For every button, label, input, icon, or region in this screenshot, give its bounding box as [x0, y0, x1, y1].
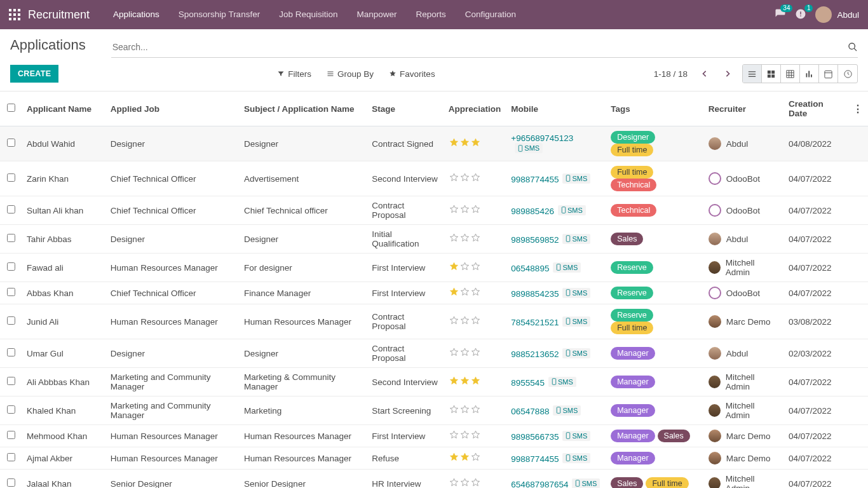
row-checkbox[interactable]: [7, 431, 15, 439]
star-icon[interactable]: [470, 287, 481, 297]
mobile-link[interactable]: 9988774455: [511, 454, 559, 463]
row-checkbox[interactable]: [7, 348, 15, 356]
star-icon[interactable]: [470, 137, 481, 148]
tag[interactable]: Sales: [611, 233, 643, 245]
sms-button[interactable]: SMS: [515, 143, 543, 153]
tag[interactable]: Full time: [611, 322, 653, 334]
star-icon[interactable]: [459, 477, 470, 488]
nav-manpower[interactable]: Manpower: [347, 0, 406, 29]
row-checkbox[interactable]: [7, 453, 15, 461]
tag[interactable]: Full time: [611, 166, 653, 179]
tag[interactable]: Manager: [611, 404, 654, 417]
star-icon[interactable]: [470, 452, 481, 463]
pager-next-button[interactable]: [719, 65, 736, 82]
sms-button[interactable]: SMS: [553, 405, 581, 416]
star-icon[interactable]: [459, 452, 470, 463]
sms-button[interactable]: SMS: [553, 262, 581, 273]
nav-reports[interactable]: Reports: [407, 0, 456, 29]
star-icon[interactable]: [449, 172, 459, 183]
col-subject[interactable]: Subject / Application Name: [239, 92, 367, 126]
star-icon[interactable]: [449, 477, 459, 488]
star-icon[interactable]: [459, 430, 470, 440]
row-checkbox[interactable]: [7, 478, 15, 487]
table-row[interactable]: Mehmood KhanHuman Resources ManagerHuman…: [0, 425, 868, 447]
favorites-button[interactable]: Favorites: [389, 69, 435, 79]
mobile-link[interactable]: 9898569852: [511, 234, 559, 244]
row-checkbox[interactable]: [7, 316, 15, 325]
mobile-link[interactable]: 9988774455: [511, 174, 559, 184]
view-graph-button[interactable]: [800, 65, 819, 83]
row-checkbox[interactable]: [7, 139, 15, 147]
table-row[interactable]: Abdul WahidDesignerDesignerContract Sign…: [0, 126, 868, 161]
filters-button[interactable]: Filters: [277, 69, 311, 79]
apps-icon[interactable]: [9, 9, 20, 20]
star-icon[interactable]: [459, 315, 470, 326]
tag[interactable]: Reserve: [611, 261, 653, 274]
tag[interactable]: Manager: [611, 430, 654, 442]
tag[interactable]: Manager: [611, 376, 654, 388]
table-row[interactable]: Ali Abbbas KhanMarketing and Community M…: [0, 368, 868, 396]
tag[interactable]: Designer: [611, 131, 655, 144]
row-checkbox[interactable]: [7, 288, 15, 296]
star-icon[interactable]: [470, 172, 481, 183]
col-mobile[interactable]: Mobile: [506, 92, 606, 126]
star-icon[interactable]: [459, 404, 470, 415]
star-icon[interactable]: [449, 452, 459, 463]
tag[interactable]: Full time: [611, 144, 653, 156]
view-kanban-button[interactable]: [762, 65, 781, 83]
col-created[interactable]: Creation Date: [783, 92, 848, 126]
tag[interactable]: Technical: [611, 204, 656, 217]
messages-icon[interactable]: 34: [775, 8, 786, 22]
star-icon[interactable]: [449, 376, 459, 386]
mobile-link[interactable]: 9898566735: [511, 431, 559, 441]
mobile-link[interactable]: 8955545: [511, 377, 545, 387]
table-row[interactable]: Fawad aliHuman Resources ManagerFor desi…: [0, 254, 868, 282]
star-icon[interactable]: [459, 233, 470, 243]
star-icon[interactable]: [459, 261, 470, 272]
table-row[interactable]: Jalaal KhanSenior DesignerSenior Designe…: [0, 470, 868, 489]
row-checkbox[interactable]: [7, 405, 15, 414]
sms-button[interactable]: SMS: [562, 288, 590, 298]
tag[interactable]: Reserve: [611, 287, 653, 299]
star-icon[interactable]: [470, 315, 481, 326]
star-icon[interactable]: [470, 204, 481, 215]
sms-button[interactable]: SMS: [548, 377, 576, 387]
star-icon[interactable]: [470, 261, 481, 272]
tag[interactable]: Sales: [658, 430, 690, 442]
select-all-checkbox[interactable]: [7, 104, 15, 112]
col-applicant[interactable]: Applicant Name: [22, 92, 105, 126]
nav-applications[interactable]: Applications: [104, 0, 169, 29]
mobile-link[interactable]: 7854521521: [511, 317, 559, 327]
table-row[interactable]: Sultan Ali khanChief Technical OfficerCh…: [0, 196, 868, 225]
tag[interactable]: Technical: [611, 179, 656, 191]
table-row[interactable]: Junid AliHuman Resources ManagerHuman Re…: [0, 304, 868, 339]
sms-button[interactable]: SMS: [562, 431, 590, 441]
star-icon[interactable]: [449, 315, 459, 326]
star-icon[interactable]: [459, 347, 470, 358]
mobile-link[interactable]: 989885426: [511, 206, 554, 215]
star-icon[interactable]: [459, 287, 470, 297]
star-icon[interactable]: [449, 233, 459, 243]
star-icon[interactable]: [449, 347, 459, 358]
pager-prev-button[interactable]: [696, 65, 713, 82]
col-options-button[interactable]: ⋮: [848, 92, 868, 126]
table-row[interactable]: Abbas KhanChief Technical OfficerFinance…: [0, 282, 868, 304]
col-stage[interactable]: Stage: [367, 92, 444, 126]
col-recruiter[interactable]: Recruiter: [703, 92, 783, 126]
user-menu[interactable]: Abdul: [815, 6, 859, 23]
create-button[interactable]: CREATE: [10, 65, 58, 83]
star-icon[interactable]: [459, 376, 470, 386]
star-icon[interactable]: [449, 430, 459, 440]
tag[interactable]: Manager: [611, 347, 654, 360]
nav-configuration[interactable]: Configuration: [456, 0, 526, 29]
mobile-link[interactable]: 9885213652: [511, 349, 559, 358]
star-icon[interactable]: [470, 477, 481, 488]
star-icon[interactable]: [449, 261, 459, 272]
row-checkbox[interactable]: [7, 173, 15, 182]
sms-button[interactable]: SMS: [562, 453, 590, 463]
nav-sponsorship-transfer[interactable]: Sponsorship Transfer: [169, 0, 269, 29]
tag[interactable]: Manager: [611, 452, 654, 464]
row-checkbox[interactable]: [7, 377, 15, 385]
search-icon[interactable]: [848, 42, 858, 52]
table-row[interactable]: Zarin KhanChief Technical OfficerAdverti…: [0, 161, 868, 196]
